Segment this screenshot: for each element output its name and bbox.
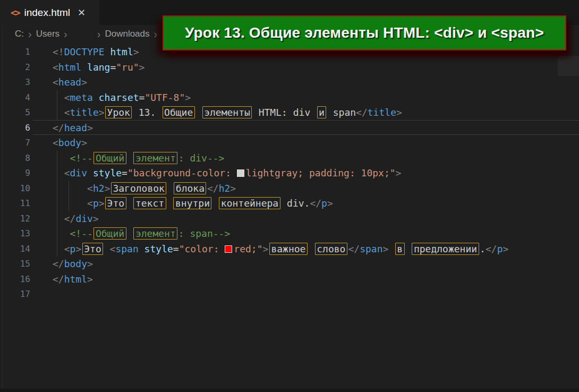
code-token: < bbox=[64, 243, 70, 254]
code-token: 13. bbox=[133, 107, 161, 118]
code-token: p bbox=[70, 243, 76, 254]
code-token: p bbox=[497, 243, 503, 254]
code-token: > bbox=[327, 198, 333, 209]
spellcheck-boxed-word: слово bbox=[315, 243, 347, 255]
code-token: head bbox=[58, 76, 81, 88]
code-text: <html lang="ru"> bbox=[30, 60, 144, 75]
code-token: </ bbox=[348, 243, 360, 254]
code-token: div. bbox=[281, 198, 310, 209]
indent-guide bbox=[57, 226, 57, 242]
code-token: > bbox=[503, 243, 508, 254]
code-text: <p>Это текст внутри контейнера div.</p> bbox=[30, 196, 333, 211]
code-token: > bbox=[81, 137, 87, 148]
code-token: "background-color: bbox=[127, 167, 237, 178]
spellcheck-boxed-word: блока bbox=[174, 182, 206, 194]
code-token: meta bbox=[70, 92, 93, 103]
chevron-right-icon: › bbox=[154, 30, 158, 39]
code-token: p bbox=[93, 198, 99, 209]
vscode-window: <> index.html ✕ C: › Users › › Downloads… bbox=[0, 0, 579, 392]
code-token: < bbox=[87, 198, 93, 209]
code-token bbox=[53, 213, 64, 224]
code-token: body bbox=[64, 258, 87, 269]
code-token: = bbox=[122, 167, 127, 178]
line-number: 13 bbox=[0, 226, 30, 242]
code-token: red;" bbox=[234, 243, 262, 254]
indent-guide bbox=[57, 105, 57, 121]
code-editor[interactable]: 1<!DOCTYPE html>2<html lang="ru">3<head>… bbox=[0, 45, 579, 302]
code-token bbox=[53, 167, 64, 178]
breadcrumb-item-drive[interactable]: C: bbox=[15, 29, 24, 39]
code-line-8[interactable]: 8 <!--Общий элемент: div--> bbox=[0, 151, 579, 166]
code-text: <meta charset="UTF-8"> bbox=[30, 90, 191, 106]
code-line-10[interactable]: 10 <h2>Заголовок блока</h2> bbox=[0, 181, 579, 197]
code-token: = bbox=[139, 92, 145, 103]
indent-guide bbox=[57, 90, 57, 106]
code-token: HTML: div bbox=[253, 107, 316, 118]
code-line-6[interactable]: 6</head> bbox=[0, 121, 579, 136]
code-line-15[interactable]: 15</body> bbox=[0, 257, 579, 272]
spellcheck-boxed-word: Это bbox=[105, 197, 126, 209]
code-token bbox=[53, 198, 87, 209]
code-token: body bbox=[58, 137, 81, 148]
code-token: span bbox=[327, 107, 356, 118]
code-line-13[interactable]: 13 <!--Общий элемент: span--> bbox=[0, 226, 579, 242]
line-number: 8 bbox=[0, 151, 30, 166]
code-token: <! bbox=[53, 46, 64, 57]
color-swatch[interactable] bbox=[237, 169, 244, 177]
code-line-12[interactable]: 12 </div> bbox=[0, 211, 579, 227]
close-tab-icon[interactable]: ✕ bbox=[78, 7, 86, 19]
code-token bbox=[167, 183, 173, 194]
code-text: </div> bbox=[30, 211, 99, 227]
code-token bbox=[308, 243, 314, 254]
code-token bbox=[167, 198, 173, 209]
code-token: < bbox=[87, 183, 93, 194]
window-left-edge bbox=[2, 25, 3, 389]
indent-guide bbox=[69, 181, 69, 197]
code-token: < bbox=[64, 92, 70, 103]
code-token: > bbox=[263, 243, 269, 254]
code-token: "UTF-8" bbox=[144, 92, 185, 103]
code-token: head bbox=[64, 122, 87, 133]
code-token: lang bbox=[81, 62, 110, 73]
scrollbar-slider[interactable] bbox=[558, 56, 579, 76]
code-line-14[interactable]: 14 <p>Это <span style="color: red;">важн… bbox=[0, 242, 579, 257]
breadcrumb-item-users[interactable]: Users bbox=[36, 29, 59, 39]
code-line-5[interactable]: 5 <title>Урок 13. Общие элементы HTML: d… bbox=[0, 105, 579, 121]
code-token: . bbox=[480, 243, 486, 254]
code-token: > bbox=[396, 167, 402, 178]
code-token: < bbox=[64, 107, 70, 118]
line-number: 12 bbox=[0, 211, 30, 227]
spellcheck-boxed-word: Урок bbox=[105, 106, 132, 118]
breadcrumb-item-downloads[interactable]: Downloads bbox=[105, 29, 149, 39]
spellcheck-boxed-word: в bbox=[395, 243, 405, 255]
chevron-right-icon: › bbox=[97, 30, 101, 39]
tab-index-html[interactable]: <> index.html ✕ bbox=[0, 0, 99, 25]
spellcheck-boxed-word: элемент bbox=[133, 227, 177, 240]
code-line-11[interactable]: 11 <p>Это текст внутри контейнера div.</… bbox=[0, 196, 579, 211]
code-line-3[interactable]: 3<head> bbox=[0, 75, 579, 90]
line-number: 5 bbox=[0, 105, 30, 121]
indent-guide bbox=[57, 196, 57, 211]
code-text: <h2>Заголовок блока</h2> bbox=[30, 181, 236, 197]
line-number: 17 bbox=[0, 287, 30, 302]
indent-guide bbox=[57, 151, 57, 166]
code-token: html bbox=[64, 274, 87, 285]
lesson-banner: Урок 13. Общие элементы HTML: <div> и <s… bbox=[163, 15, 566, 50]
code-line-16[interactable]: 16</html> bbox=[0, 272, 579, 287]
indent-guide bbox=[69, 196, 69, 211]
spellcheck-boxed-word: элементы bbox=[202, 106, 252, 118]
code-line-4[interactable]: 4 <meta charset="UTF-8"> bbox=[0, 90, 579, 106]
code-line-9[interactable]: 9 <div style="background-color: lightgra… bbox=[0, 166, 579, 181]
code-token: span bbox=[360, 243, 382, 254]
code-token: = bbox=[110, 62, 116, 73]
color-swatch[interactable] bbox=[225, 245, 232, 253]
code-line-17[interactable]: 17 bbox=[0, 287, 579, 302]
code-token: < bbox=[53, 137, 58, 148]
code-token: > bbox=[87, 122, 93, 133]
code-token: h2 bbox=[219, 183, 231, 194]
code-text: <title>Урок 13. Общие элементы HTML: div… bbox=[30, 105, 402, 121]
code-text: <!--Общий элемент: span--> bbox=[30, 226, 230, 242]
spellcheck-boxed-word: Общие bbox=[163, 106, 195, 118]
code-line-7[interactable]: 7<body> bbox=[0, 135, 579, 151]
code-line-2[interactable]: 2<html lang="ru"> bbox=[0, 60, 579, 75]
